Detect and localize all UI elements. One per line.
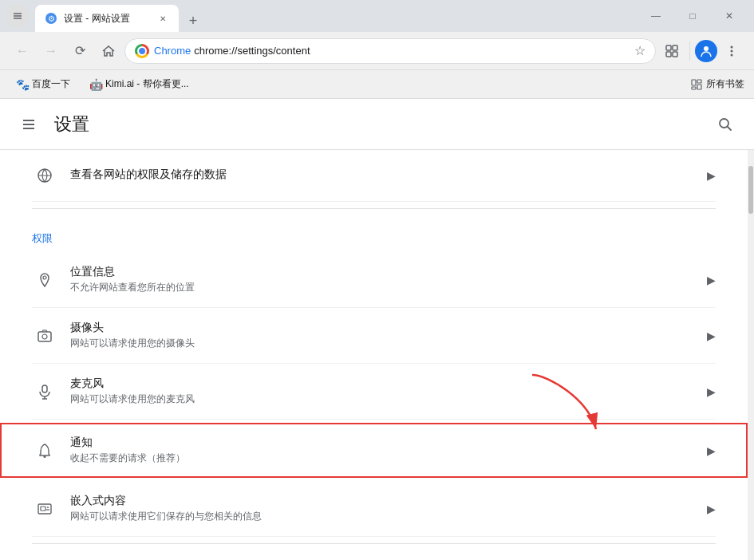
embedded-text: 嵌入式内容 网站可以请求使用它们保存的与您相关的信息 — [70, 494, 707, 523]
site-data-arrow: ▶ — [707, 169, 716, 182]
more-permissions-btn[interactable]: 更多权限 ∨ — [32, 550, 716, 560]
tab-title: 设置 - 网站设置 — [64, 12, 150, 26]
all-bookmarks-btn[interactable]: 所有书签 — [690, 77, 744, 91]
all-bookmarks-label: 所有书签 — [706, 77, 744, 91]
camera-icon — [32, 323, 57, 349]
svg-rect-2 — [666, 45, 671, 50]
scroll-track[interactable] — [748, 150, 754, 560]
location-subtitle: 不允许网站查看您所在的位置 — [70, 281, 707, 294]
back-btn[interactable]: ← — [10, 38, 35, 64]
page-content: 设置 查看各网站的权限及储存的数据 — [0, 99, 754, 560]
bookmark-baidu[interactable]: 🐾 百度一下 — [10, 74, 77, 94]
svg-point-16 — [43, 276, 46, 279]
notifications-icon — [32, 438, 57, 463]
chrome-logo-icon — [135, 44, 149, 58]
microphone-title: 麦克风 — [70, 377, 707, 391]
embedded-item[interactable]: 嵌入式内容 网站可以请求使用它们保存的与您相关的信息 ▶ — [32, 481, 716, 537]
camera-subtitle: 网站可以请求使用您的摄像头 — [70, 337, 707, 350]
tab-list: ⚙ 设置 - 网站设置 ✕ + — [35, 0, 631, 32]
embedded-arrow: ▶ — [707, 503, 716, 515]
nav-extras — [659, 38, 744, 64]
hamburger-btn[interactable] — [16, 112, 41, 137]
embedded-icon — [32, 496, 57, 522]
profile-btn[interactable] — [695, 40, 717, 62]
nav-bar: ← → ⟳ Chromechrome://settings/content ☆ — [0, 32, 754, 70]
svg-rect-5 — [673, 52, 677, 57]
location-arrow: ▶ — [707, 274, 716, 286]
svg-point-8 — [731, 49, 733, 52]
microphone-subtitle: 网站可以请求使用您的麦克风 — [70, 392, 707, 406]
bookmark-star-btn[interactable]: ☆ — [634, 43, 645, 58]
notifications-item[interactable]: 通知 收起不需要的请求（推荐） ▶ — [0, 423, 748, 478]
site-data-title: 查看各网站的权限及储存的数据 — [70, 168, 707, 182]
svg-rect-10 — [692, 80, 696, 85]
reload-btn[interactable]: ⟳ — [67, 38, 93, 64]
settings-content: 查看各网站的权限及储存的数据 ▶ 权限 — [0, 150, 754, 560]
settings-header: 设置 — [0, 99, 754, 150]
address-text: Chromechrome://settings/content — [154, 45, 630, 57]
extensions-btn[interactable] — [659, 38, 685, 64]
svg-rect-4 — [666, 52, 671, 57]
new-tab-btn[interactable]: + — [182, 10, 204, 32]
nav-separator — [689, 41, 690, 61]
microphone-item[interactable]: 麦克风 网站可以请求使用您的麦克风 ▶ — [32, 364, 716, 420]
menu-btn[interactable] — [719, 38, 744, 64]
minimize-btn[interactable]: — — [638, 3, 674, 29]
location-text: 位置信息 不允许网站查看您所在的位置 — [70, 265, 707, 294]
maximize-btn[interactable]: □ — [674, 3, 711, 29]
svg-rect-13 — [692, 87, 696, 89]
svg-rect-17 — [38, 332, 51, 341]
tab-switcher-btn[interactable] — [6, 5, 29, 27]
window-controls-left — [6, 5, 29, 27]
svg-rect-25 — [41, 507, 45, 511]
svg-rect-19 — [42, 385, 47, 392]
window-controls-right: — □ ✕ — [638, 3, 748, 29]
svg-point-14 — [720, 119, 728, 128]
title-bar: ⚙ 设置 - 网站设置 ✕ + — □ ✕ — [0, 0, 754, 32]
active-tab[interactable]: ⚙ 设置 - 网站设置 ✕ — [35, 5, 179, 32]
svg-rect-11 — [697, 80, 701, 83]
notifications-arrow: ▶ — [707, 444, 716, 457]
location-title: 位置信息 — [70, 265, 707, 279]
settings-section: 查看各网站的权限及储存的数据 ▶ 权限 — [0, 150, 748, 560]
tab-close-btn[interactable]: ✕ — [156, 12, 169, 25]
bookmark-kimi-label: Kimi.ai - 帮你看更... — [105, 77, 189, 91]
svg-point-18 — [42, 334, 47, 339]
camera-arrow: ▶ — [707, 329, 716, 342]
embedded-subtitle: 网站可以请求使用它们保存的与您相关的信息 — [70, 510, 707, 523]
bookmark-baidu-label: 百度一下 — [32, 77, 70, 91]
svg-rect-3 — [673, 45, 677, 50]
embedded-title: 嵌入式内容 — [70, 494, 707, 508]
svg-point-6 — [704, 46, 709, 51]
settings-title: 设置 — [54, 112, 89, 136]
microphone-text: 麦克风 网站可以请求使用您的麦克风 — [70, 377, 707, 406]
settings-main[interactable]: 查看各网站的权限及储存的数据 ▶ 权限 — [0, 150, 748, 560]
site-data-icon — [32, 163, 57, 188]
notifications-wrapper: 通知 收起不需要的请求（推荐） ▶ — [32, 423, 716, 478]
browser-window: ⚙ 设置 - 网站设置 ✕ + — □ ✕ ← → ⟳ Chromechrome… — [0, 0, 754, 560]
location-icon — [32, 267, 57, 293]
baidu-icon: 🐾 — [16, 78, 29, 91]
camera-text: 摄像头 网站可以请求使用您的摄像头 — [70, 321, 707, 350]
tab-favicon: ⚙ — [45, 12, 57, 25]
permissions-label: 权限 — [32, 215, 716, 252]
location-item[interactable]: 位置信息 不允许网站查看您所在的位置 ▶ — [32, 252, 716, 308]
microphone-icon — [32, 379, 57, 404]
site-data-item[interactable]: 查看各网站的权限及储存的数据 ▶ — [32, 150, 716, 202]
forward-btn[interactable]: → — [38, 38, 64, 64]
notifications-text: 通知 收起不需要的请求（推荐） — [70, 436, 707, 465]
camera-title: 摄像头 — [70, 321, 707, 335]
scroll-thumb[interactable] — [748, 166, 753, 214]
svg-text:⚙: ⚙ — [48, 14, 55, 23]
notifications-subtitle: 收起不需要的请求（推荐） — [70, 452, 707, 465]
svg-rect-12 — [697, 85, 701, 89]
notifications-title: 通知 — [70, 436, 707, 450]
close-btn[interactable]: ✕ — [711, 3, 748, 29]
bookmarks-bar: 🐾 百度一下 🤖 Kimi.ai - 帮你看更... 所有书签 — [0, 70, 754, 99]
address-bar[interactable]: Chromechrome://settings/content ☆ — [124, 38, 656, 64]
settings-search-btn[interactable] — [713, 112, 738, 137]
home-btn[interactable] — [96, 38, 121, 64]
bookmark-kimi[interactable]: 🤖 Kimi.ai - 帮你看更... — [83, 74, 195, 94]
camera-item[interactable]: 摄像头 网站可以请求使用您的摄像头 ▶ — [32, 308, 716, 364]
section-divider-1 — [32, 208, 716, 209]
